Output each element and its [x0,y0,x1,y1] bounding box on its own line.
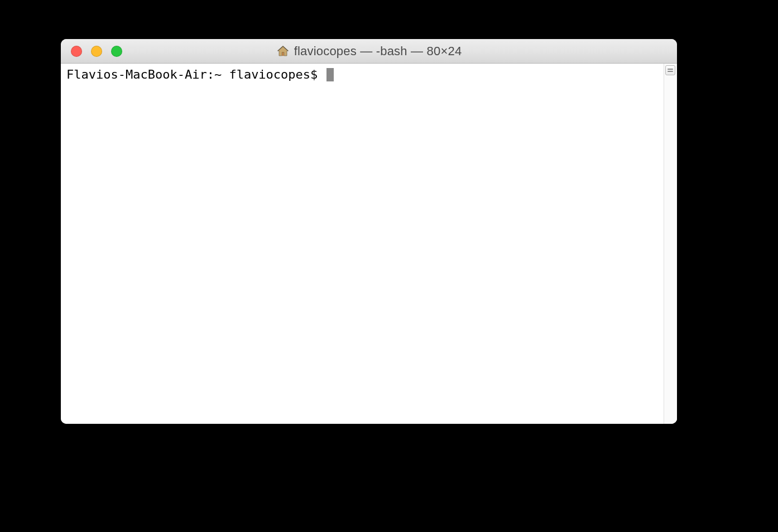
terminal-window: flaviocopes — -bash — 80×24 Flavios-MacB… [61,39,677,424]
window-title: flaviocopes — -bash — 80×24 [294,44,462,59]
traffic-lights [61,46,122,57]
svg-rect-0 [282,52,284,56]
window-titlebar[interactable]: flaviocopes — -bash — 80×24 [61,39,677,64]
shell-prompt: Flavios-MacBook-Air:~ flaviocopes$ [66,67,325,81]
scroll-indicator-icon[interactable] [665,65,675,75]
vertical-scrollbar[interactable] [664,64,677,424]
terminal-content[interactable]: Flavios-MacBook-Air:~ flaviocopes$ [61,64,664,424]
window-title-wrap: flaviocopes — -bash — 80×24 [61,44,677,59]
text-cursor [326,68,334,81]
home-icon [276,45,290,58]
terminal-body: Flavios-MacBook-Air:~ flaviocopes$ [61,64,677,424]
maximize-button[interactable] [111,46,122,57]
minimize-button[interactable] [91,46,102,57]
close-button[interactable] [71,46,82,57]
